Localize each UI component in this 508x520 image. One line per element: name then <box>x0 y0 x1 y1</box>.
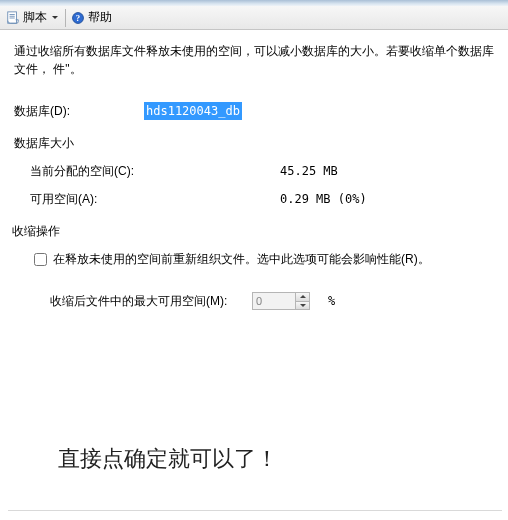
allocated-label: 当前分配的空间(C): <box>30 162 280 180</box>
script-icon <box>6 11 20 25</box>
free-row: 可用空间(A): 0.29 MB (0%) <box>14 190 496 208</box>
annotation-text: 直接点确定就可以了！ <box>58 444 278 474</box>
reorganize-checkbox[interactable] <box>34 253 47 266</box>
max-free-row: 收缩后文件中的最大可用空间(M): % <box>50 292 496 310</box>
chevron-up-icon <box>300 295 306 298</box>
allocated-value: 45.25 MB <box>280 162 338 180</box>
shrink-section-title: 收缩操作 <box>12 222 496 240</box>
svg-text:?: ? <box>76 13 80 23</box>
reorganize-checkbox-label: 在释放未使用的空间前重新组织文件。选中此选项可能会影响性能(R)。 <box>53 250 430 268</box>
dropdown-icon <box>52 16 58 19</box>
toolbar-separator <box>65 9 66 27</box>
script-menu[interactable]: 脚本 <box>4 8 62 28</box>
help-icon: ? <box>71 11 85 25</box>
spinner-down-button[interactable] <box>296 302 309 310</box>
chevron-down-icon <box>300 304 306 307</box>
spinner-up-button[interactable] <box>296 293 309 302</box>
content-area: 通过收缩所有数据库文件释放未使用的空间，可以减小数据库的大小。若要收缩单个数据库… <box>0 30 508 310</box>
help-menu[interactable]: ? 帮助 <box>69 8 116 28</box>
database-select[interactable]: hds1120043_db <box>144 102 242 120</box>
reorganize-checkbox-row: 在释放未使用的空间前重新组织文件。选中此选项可能会影响性能(R)。 <box>34 250 496 268</box>
size-section-title: 数据库大小 <box>14 134 496 152</box>
free-value: 0.29 MB (0%) <box>280 190 367 208</box>
database-row: 数据库(D): hds1120043_db <box>14 102 496 120</box>
toolbar: 脚本 ? 帮助 <box>0 6 508 30</box>
percent-symbol: % <box>328 292 335 310</box>
help-menu-label: 帮助 <box>88 9 112 26</box>
script-menu-label: 脚本 <box>23 9 47 26</box>
database-label: 数据库(D): <box>14 102 144 120</box>
free-label: 可用空间(A): <box>30 190 280 208</box>
description-text: 通过收缩所有数据库文件释放未使用的空间，可以减小数据库的大小。若要收缩单个数据库… <box>14 42 496 78</box>
bottom-separator <box>8 510 502 512</box>
database-value: hds1120043_db <box>144 102 242 120</box>
max-free-label: 收缩后文件中的最大可用空间(M): <box>50 292 240 310</box>
allocated-row: 当前分配的空间(C): 45.25 MB <box>14 162 496 180</box>
max-free-spinner[interactable] <box>252 292 310 310</box>
max-free-input[interactable] <box>253 293 295 309</box>
